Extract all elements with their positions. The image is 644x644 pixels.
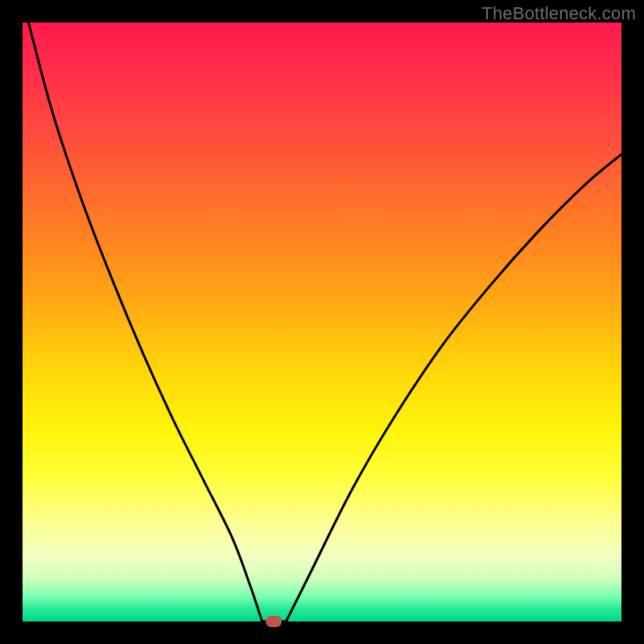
bottleneck-curve <box>23 23 621 621</box>
optimum-marker <box>266 616 282 627</box>
chart-outer-frame: TheBottleneck.com <box>0 0 644 644</box>
plot-area <box>23 23 621 621</box>
watermark-text: TheBottleneck.com <box>481 3 636 24</box>
